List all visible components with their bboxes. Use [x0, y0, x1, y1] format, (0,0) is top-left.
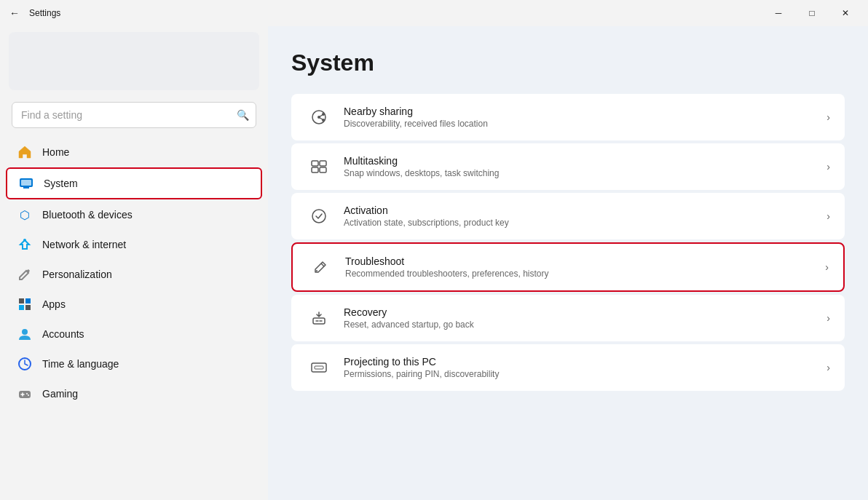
multitasking-title: Multitasking: [344, 155, 826, 167]
setting-nearby-sharing[interactable]: Nearby sharing Discoverability, received…: [291, 94, 845, 140]
profile-section: [9, 32, 259, 90]
svg-point-22: [312, 210, 326, 223]
sidebar-item-apps[interactable]: Apps: [6, 290, 262, 319]
search-icon: 🔍: [237, 109, 249, 121]
nearby-sharing-title: Nearby sharing: [344, 106, 826, 117]
sidebar-item-system[interactable]: System: [6, 167, 262, 199]
svg-rect-6: [25, 298, 31, 303]
apps-icon: [17, 297, 32, 311]
sidebar-label-home: Home: [42, 146, 69, 158]
svg-rect-2: [21, 180, 31, 186]
activation-chevron: ›: [826, 210, 830, 222]
svg-rect-24: [313, 318, 325, 324]
svg-point-4: [23, 239, 26, 242]
app-body: 🔍 Home System ⬡ Bluetooth & devices Netw…: [0, 26, 868, 500]
svg-rect-25: [312, 363, 326, 372]
activation-title: Activation: [344, 205, 826, 216]
setting-recovery[interactable]: Recovery Reset, advanced startup, go bac…: [291, 295, 845, 341]
main-panel: System Nearby sharing Discoverability, r…: [268, 26, 868, 500]
svg-rect-21: [320, 167, 326, 172]
recovery-icon: [306, 305, 332, 331]
search-container: 🔍: [12, 102, 256, 128]
svg-point-13: [28, 394, 29, 396]
activation-icon: [306, 203, 332, 229]
minimize-button[interactable]: ─: [762, 0, 795, 26]
svg-rect-20: [312, 167, 318, 172]
setting-projecting[interactable]: Projecting to this PC Permissions, pairi…: [291, 344, 845, 391]
sidebar-label-time: Time & language: [42, 358, 119, 370]
sidebar-item-network[interactable]: Network & internet: [6, 230, 262, 259]
sidebar-label-system: System: [44, 178, 78, 189]
page-title: System: [291, 49, 845, 76]
svg-point-9: [22, 329, 28, 335]
troubleshoot-icon: [307, 254, 334, 280]
svg-point-23: [316, 270, 317, 271]
projecting-chevron: ›: [826, 362, 830, 373]
svg-text:⬡: ⬡: [20, 209, 30, 221]
projecting-title: Projecting to this PC: [344, 356, 826, 368]
svg-rect-26: [315, 366, 323, 369]
sidebar-item-personalization[interactable]: Personalization: [6, 260, 262, 289]
titlebar: ← Settings ─ □ ✕: [0, 0, 868, 26]
svg-point-16: [322, 113, 325, 116]
nearby-sharing-desc: Discoverability, received files location: [344, 119, 826, 129]
svg-point-17: [322, 119, 325, 122]
sidebar-item-accounts[interactable]: Accounts: [6, 320, 262, 349]
troubleshoot-chevron: ›: [825, 261, 829, 273]
sidebar-item-gaming[interactable]: Gaming: [6, 379, 262, 408]
gaming-icon: [17, 386, 32, 401]
accounts-icon: [17, 327, 32, 341]
personalization-icon: [17, 267, 32, 282]
window-controls: ─ □ ✕: [762, 0, 862, 26]
svg-rect-19: [320, 161, 326, 166]
sidebar-item-bluetooth[interactable]: ⬡ Bluetooth & devices: [6, 200, 262, 229]
back-button[interactable]: ←: [6, 4, 23, 22]
troubleshoot-desc: Recommended troubleshooters, preferences…: [345, 269, 825, 279]
sidebar-label-accounts: Accounts: [42, 328, 84, 340]
svg-rect-8: [25, 305, 31, 310]
recovery-title: Recovery: [344, 306, 826, 318]
network-icon: [17, 237, 32, 252]
svg-rect-18: [312, 161, 318, 166]
sidebar-item-home[interactable]: Home: [6, 138, 262, 167]
sidebar: 🔍 Home System ⬡ Bluetooth & devices Netw…: [0, 26, 268, 500]
svg-point-15: [317, 116, 320, 119]
nav-list: Home System ⬡ Bluetooth & devices Networ…: [0, 137, 268, 409]
sidebar-label-apps: Apps: [42, 298, 66, 310]
sidebar-label-gaming: Gaming: [42, 388, 78, 400]
maximize-button[interactable]: □: [795, 0, 829, 26]
svg-point-12: [26, 393, 28, 394]
setting-activation[interactable]: Activation Activation state, subscriptio…: [291, 193, 845, 239]
projecting-icon: [306, 354, 332, 381]
sidebar-label-network: Network & internet: [42, 239, 126, 250]
recovery-desc: Reset, advanced startup, go back: [344, 320, 826, 330]
sidebar-label-bluetooth: Bluetooth & devices: [42, 209, 133, 221]
projecting-desc: Permissions, pairing PIN, discoverabilit…: [344, 369, 826, 379]
svg-rect-7: [19, 305, 24, 310]
app-title: Settings: [29, 8, 60, 18]
nearby-sharing-chevron: ›: [826, 111, 830, 123]
search-input[interactable]: [12, 102, 256, 128]
time-icon: [17, 357, 32, 371]
sidebar-label-personalization: Personalization: [42, 269, 112, 280]
svg-rect-1: [23, 187, 29, 189]
nearby-sharing-icon: [306, 104, 332, 130]
svg-rect-5: [19, 298, 24, 303]
settings-list: Nearby sharing Discoverability, received…: [291, 94, 845, 391]
multitasking-chevron: ›: [826, 161, 830, 172]
titlebar-left: ← Settings: [6, 4, 60, 22]
multitasking-desc: Snap windows, desktops, task switching: [344, 168, 826, 178]
troubleshoot-title: Troubleshoot: [345, 255, 825, 267]
bluetooth-icon: ⬡: [17, 207, 32, 222]
close-button[interactable]: ✕: [829, 0, 862, 26]
system-icon: [19, 176, 33, 191]
setting-troubleshoot[interactable]: Troubleshoot Recommended troubleshooters…: [291, 242, 845, 292]
sidebar-item-time[interactable]: Time & language: [6, 349, 262, 378]
activation-desc: Activation state, subscriptions, product…: [344, 218, 826, 228]
multitasking-icon: [306, 154, 332, 180]
setting-multitasking[interactable]: Multitasking Snap windows, desktops, tas…: [291, 143, 845, 190]
home-icon: [17, 145, 32, 159]
recovery-chevron: ›: [826, 312, 830, 324]
